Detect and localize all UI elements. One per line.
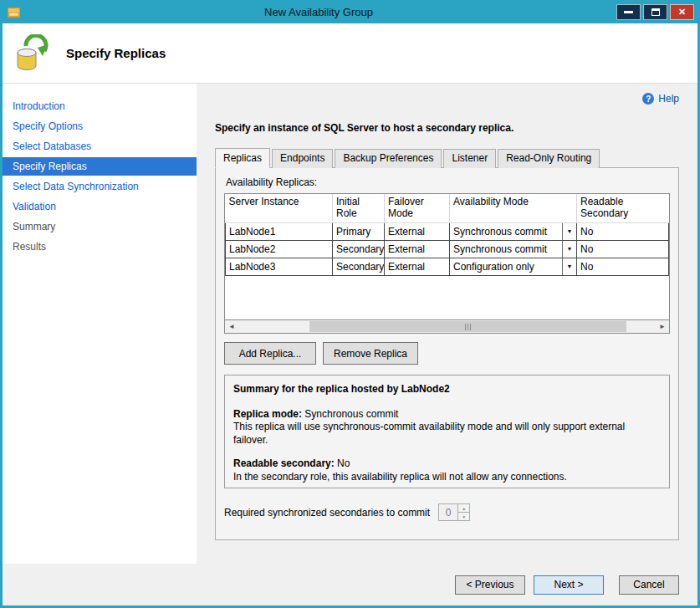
required-secondaries-spinner[interactable]: 0 ▲ ▼ — [438, 503, 470, 521]
scroll-left-icon[interactable]: ◄ — [225, 320, 238, 333]
column-header-initial-role[interactable]: Initial Role — [333, 194, 385, 222]
sidebar-item-select-data-synchronization[interactable]: Select Data Synchronization — [3, 177, 197, 196]
spinner-buttons: ▲ ▼ — [457, 504, 469, 520]
sidebar-item-select-databases[interactable]: Select Databases — [3, 137, 197, 156]
tab-read-only-routing[interactable]: Read-Only Routing — [498, 149, 600, 168]
tab-backup-preferences[interactable]: Backup Preferences — [335, 149, 442, 168]
cell-server-instance[interactable]: LabNode1 — [226, 222, 333, 240]
column-header-failover-mode[interactable]: Failover Mode — [385, 194, 450, 222]
column-header-availability-mode[interactable]: Availability Mode — [450, 194, 577, 222]
previous-button[interactable]: < Previous — [455, 575, 525, 595]
required-secondaries-row: Required synchronized secondaries to com… — [224, 503, 670, 521]
tab-endpoints[interactable]: Endpoints — [272, 149, 333, 168]
readable-secondary-label: Readable secondary: — [233, 457, 335, 469]
replicas-grid: Server Instance Initial Role Failover Mo… — [224, 193, 670, 334]
replicas-tab-panel: Availability Replicas: Server Instance — [215, 167, 679, 540]
sidebar-item-results: Results — [3, 238, 197, 256]
cell-initial-role[interactable]: Secondary — [333, 258, 385, 275]
cell-failover-mode[interactable]: External — [385, 240, 450, 258]
scroll-right-icon[interactable]: ► — [656, 320, 669, 333]
spinner-down-icon[interactable]: ▼ — [458, 512, 469, 520]
title-bar[interactable]: New Availability Group ✕ — [0, 0, 700, 23]
cell-server-instance[interactable]: LabNode2 — [226, 240, 333, 258]
availability-replicas-label: Availability Replicas: — [226, 176, 670, 188]
maximize-button[interactable] — [643, 4, 667, 20]
tab-listener[interactable]: Listener — [443, 149, 496, 168]
wizard-header: Specify Replicas — [3, 23, 697, 84]
window-body: Specify Replicas Introduction Specify Op… — [3, 23, 697, 605]
cell-availability-mode-combo[interactable]: Synchronous commit ▼ — [450, 240, 577, 258]
column-header-server-instance[interactable]: Server Instance — [226, 194, 333, 222]
availability-mode-value: Synchronous commit — [453, 243, 547, 255]
cell-availability-mode-combo[interactable]: Configuration only ▼ — [450, 258, 577, 275]
cell-readable-secondary[interactable]: No — [577, 258, 669, 275]
sidebar-item-specify-options[interactable]: Specify Options — [3, 117, 197, 135]
availability-mode-value: Configuration only — [453, 261, 534, 273]
cancel-button[interactable]: Cancel — [619, 575, 679, 595]
dialog-window: New Availability Group ✕ Specify Replica… — [0, 0, 700, 608]
replica-mode-description: This replica will use synchronous-commit… — [233, 421, 661, 447]
replica-summary-box: Summary for the replica hosted by LabNod… — [224, 375, 670, 488]
cell-server-instance[interactable]: LabNode3 — [226, 258, 333, 275]
availability-mode-value: Synchronous commit — [453, 226, 547, 238]
window-title: New Availability Group — [21, 6, 616, 18]
table-row: LabNode2 Secondary External Synchronous … — [226, 240, 669, 258]
tab-replicas[interactable]: Replicas — [215, 148, 270, 168]
next-button[interactable]: Next > — [534, 575, 604, 595]
column-header-readable-secondary[interactable]: Readable Secondary — [577, 194, 669, 222]
readable-secondary-description: In the secondary role, this availability… — [233, 471, 661, 484]
readable-secondary-line: Readable secondary: No — [233, 457, 661, 471]
app-icon — [7, 5, 21, 19]
horizontal-scrollbar[interactable]: ◄ ► — [225, 319, 669, 333]
help-icon: ? — [642, 93, 654, 105]
replica-mode-label: Replica mode: — [233, 408, 302, 420]
maximize-icon — [651, 8, 660, 16]
availability-group-icon — [14, 34, 53, 73]
replica-buttons-row: Add Replica... Remove Replica — [224, 342, 670, 365]
close-icon: ✕ — [678, 7, 686, 18]
sidebar-item-introduction[interactable]: Introduction — [3, 97, 197, 115]
grid-header-row: Server Instance Initial Role Failover Mo… — [226, 194, 669, 222]
instruction-text: Specify an instance of SQL Server to hos… — [215, 122, 679, 134]
sidebar-item-validation[interactable]: Validation — [3, 197, 197, 216]
page-title: Specify Replicas — [66, 46, 166, 60]
cell-initial-role[interactable]: Primary — [333, 222, 385, 240]
replica-mode-value: Synchronous commit — [302, 408, 398, 420]
remove-replica-button[interactable]: Remove Replica — [323, 342, 418, 365]
spinner-value: 0 — [439, 504, 457, 520]
help-row: ? Help — [215, 92, 679, 105]
close-button[interactable]: ✕ — [670, 4, 694, 20]
required-secondaries-label: Required synchronized secondaries to com… — [224, 507, 430, 519]
sidebar-item-specify-replicas[interactable]: Specify Replicas — [3, 157, 197, 176]
minimize-icon — [624, 11, 633, 13]
scrollbar-track[interactable] — [238, 320, 656, 333]
scrollbar-thumb[interactable] — [309, 321, 626, 332]
minimize-button[interactable] — [616, 4, 641, 20]
cell-readable-secondary[interactable]: No — [577, 240, 669, 258]
table-row: LabNode1 Primary External Synchronous co… — [226, 222, 669, 240]
cell-availability-mode-combo[interactable]: Synchronous commit ▼ — [450, 222, 577, 240]
spinner-up-icon[interactable]: ▲ — [458, 504, 469, 512]
wizard-content: Introduction Specify Options Select Data… — [3, 84, 697, 564]
window-controls: ✕ — [616, 4, 694, 20]
cell-initial-role[interactable]: Secondary — [333, 240, 385, 258]
chevron-down-icon[interactable]: ▼ — [562, 223, 576, 240]
chevron-down-icon[interactable]: ▼ — [562, 258, 576, 275]
add-replica-button[interactable]: Add Replica... — [224, 342, 316, 365]
cell-failover-mode[interactable]: External — [385, 222, 450, 240]
replicas-grid-area: Server Instance Initial Role Failover Mo… — [225, 194, 669, 319]
wizard-footer: < Previous Next > Cancel — [3, 564, 697, 605]
cell-readable-secondary[interactable]: No — [577, 222, 669, 240]
cell-failover-mode[interactable]: External — [385, 258, 450, 275]
chevron-down-icon[interactable]: ▼ — [562, 241, 576, 258]
table-row: LabNode3 Secondary External Configuratio… — [226, 258, 669, 275]
main-panel: ? Help Specify an instance of SQL Server… — [197, 84, 697, 564]
help-link[interactable]: Help — [658, 93, 679, 105]
replica-mode-line: Replica mode: Synchronous commit — [233, 408, 661, 422]
summary-title: Summary for the replica hosted by LabNod… — [233, 383, 661, 396]
wizard-steps-sidebar: Introduction Specify Options Select Data… — [3, 84, 197, 564]
readable-secondary-value: No — [335, 457, 350, 469]
sidebar-item-summary: Summary — [3, 217, 197, 236]
tab-strip: Replicas Endpoints Backup Preferences Li… — [215, 149, 679, 168]
